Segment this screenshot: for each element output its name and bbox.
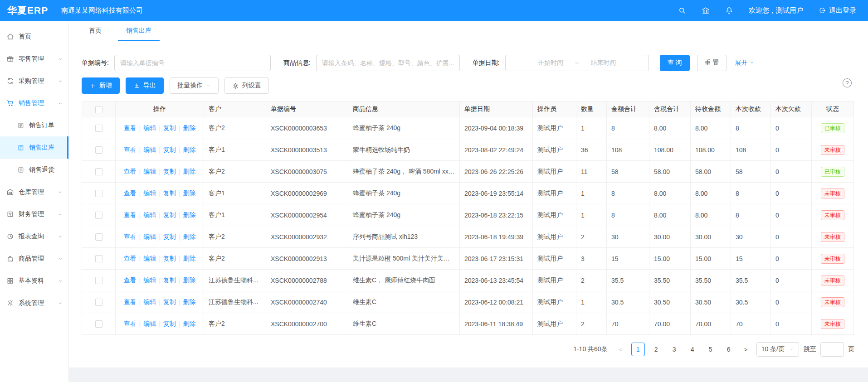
sidebar-item-finance[interactable]: 财务管理 [0, 203, 68, 225]
next-page-button[interactable]: > [740, 346, 752, 353]
action-link-copy[interactable]: 复制 [161, 233, 179, 241]
action-link-delete[interactable]: 删除 [180, 233, 198, 241]
action-link-copy[interactable]: 复制 [161, 276, 179, 285]
action-link-edit[interactable]: 编辑 [141, 124, 159, 132]
action-link-copy[interactable]: 复制 [161, 320, 179, 328]
sidebar-item-goods[interactable]: 商品管理 [0, 247, 68, 270]
prev-page-button[interactable]: < [615, 346, 627, 353]
row-checkbox[interactable] [95, 299, 102, 306]
sidebar-subitem-sales-order[interactable]: 销售订单 [0, 114, 68, 136]
sidebar-item-system[interactable]: 系统管理 [0, 292, 68, 314]
action-link-edit[interactable]: 编辑 [141, 233, 159, 241]
action-link-view[interactable]: 查看 [121, 233, 139, 241]
sidebar-item-purchase[interactable]: 采购管理 [0, 70, 68, 92]
action-link-edit[interactable]: 编辑 [141, 168, 159, 176]
row-checkbox[interactable] [95, 320, 102, 328]
action-link-view[interactable]: 查看 [121, 168, 139, 176]
action-link-delete[interactable]: 删除 [180, 276, 198, 285]
page-number-5[interactable]: 5 [704, 343, 717, 356]
cell-date: 2023-06-19 23:55:14 [460, 183, 533, 204]
batch-actions-button[interactable]: 批量操作 [170, 77, 219, 94]
sidebar-item-report[interactable]: 报表查询 [0, 225, 68, 247]
action-link-view[interactable]: 查看 [121, 276, 139, 285]
action-link-delete[interactable]: 删除 [180, 255, 198, 263]
action-link-copy[interactable]: 复制 [161, 146, 179, 154]
export-button[interactable]: 导出 [126, 77, 164, 94]
sidebar-item-warehouse[interactable]: 仓库管理 [0, 181, 68, 203]
action-link-edit[interactable]: 编辑 [141, 146, 159, 154]
row-checkbox[interactable] [95, 233, 102, 241]
action-link-copy[interactable]: 复制 [161, 168, 179, 176]
page-number-4[interactable]: 4 [686, 343, 699, 356]
action-link-delete[interactable]: 删除 [180, 168, 198, 176]
action-link-view[interactable]: 查看 [121, 211, 139, 219]
search-button[interactable]: 查 询 [660, 55, 690, 71]
page-number-1[interactable]: 1 [631, 343, 645, 356]
sidebar-subitem-sales-outbound[interactable]: 销售出库 [0, 136, 68, 159]
action-link-copy[interactable]: 复制 [161, 298, 179, 306]
action-link-copy[interactable]: 复制 [161, 189, 179, 198]
action-link-copy[interactable]: 复制 [161, 211, 179, 219]
product-input[interactable] [316, 55, 460, 71]
row-actions: 查看|编辑|复制|删除 [120, 233, 199, 241]
logout-button[interactable]: 退出登录 [819, 6, 856, 15]
action-link-edit[interactable]: 编辑 [141, 189, 159, 198]
table-row: 查看|编辑|复制|删除客户2XSCK00000003653蜂蜜柚子茶 240g2… [82, 117, 854, 139]
search-icon[interactable] [678, 6, 686, 15]
jump-page-input[interactable] [820, 342, 844, 357]
action-link-delete[interactable]: 删除 [180, 320, 198, 328]
action-link-delete[interactable]: 删除 [180, 211, 198, 219]
row-checkbox[interactable] [95, 255, 102, 262]
row-checkbox[interactable] [95, 190, 102, 197]
date-range-input[interactable]: 开始时间 ~ 结束时间 [505, 55, 649, 71]
action-link-view[interactable]: 查看 [121, 124, 139, 132]
tab-sales-outbound[interactable]: 销售出库 [118, 22, 160, 41]
action-link-view[interactable]: 查看 [121, 146, 139, 154]
add-button[interactable]: 新增 [82, 77, 120, 94]
sidebar-item-retail[interactable]: 零售管理 [0, 48, 68, 70]
action-link-copy[interactable]: 复制 [161, 255, 179, 263]
row-checkbox[interactable] [95, 125, 102, 132]
select-all-checkbox[interactable] [95, 106, 102, 113]
welcome-text: 欢迎您，测试用户 [749, 6, 803, 15]
sidebar-item-sales[interactable]: 销售管理 [0, 92, 68, 114]
row-checkbox[interactable] [95, 146, 102, 154]
action-link-delete[interactable]: 删除 [180, 298, 198, 306]
row-checkbox[interactable] [95, 212, 102, 219]
action-link-view[interactable]: 查看 [121, 255, 139, 263]
row-checkbox[interactable] [95, 168, 102, 175]
action-link-delete[interactable]: 删除 [180, 146, 198, 154]
action-link-copy[interactable]: 复制 [161, 124, 179, 132]
action-link-edit[interactable]: 编辑 [141, 276, 159, 285]
action-link-delete[interactable]: 删除 [180, 189, 198, 198]
page-size-select[interactable]: 10 条/页 [756, 342, 799, 357]
reset-button[interactable]: 重 置 [697, 55, 727, 71]
company-name: 南通某某网络科技有限公司 [61, 6, 143, 15]
cell-debt: 0 [771, 117, 812, 139]
row-checkbox[interactable] [95, 277, 102, 284]
sidebar-subitem-sales-return[interactable]: 销售退货 [0, 159, 68, 181]
action-link-edit[interactable]: 编辑 [141, 211, 159, 219]
action-link-view[interactable]: 查看 [121, 298, 139, 306]
column-settings-button[interactable]: 列设置 [224, 77, 269, 94]
bill-no-input[interactable] [114, 55, 271, 71]
page-number-2[interactable]: 2 [649, 343, 663, 356]
sidebar-item-home[interactable]: 首页 [0, 25, 68, 48]
page-number-3[interactable]: 3 [668, 343, 681, 356]
expand-link[interactable]: 展开 [735, 59, 755, 67]
page-number-6[interactable]: 6 [722, 343, 736, 356]
action-link-edit[interactable]: 编辑 [141, 320, 159, 328]
action-link-view[interactable]: 查看 [121, 189, 139, 198]
platform-icon[interactable] [702, 6, 710, 15]
action-link-delete[interactable]: 删除 [180, 124, 198, 132]
action-link-view[interactable]: 查看 [121, 320, 139, 328]
action-link-edit[interactable]: 编辑 [141, 255, 159, 263]
help-button[interactable]: ? [843, 78, 852, 87]
cell-received: 8 [731, 117, 771, 139]
bell-icon[interactable] [725, 6, 733, 15]
sidebar-item-basic[interactable]: 基本资料 [0, 270, 68, 292]
action-link-edit[interactable]: 编辑 [141, 298, 159, 306]
cell-product: 维生素C [348, 291, 460, 313]
cell-qty: 2 [576, 226, 607, 248]
tab-home[interactable]: 首页 [81, 22, 110, 41]
